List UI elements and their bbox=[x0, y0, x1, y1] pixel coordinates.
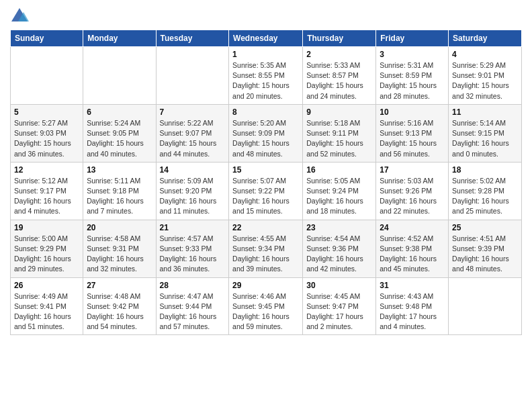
day-number: 29 bbox=[232, 281, 299, 290]
day-cell: 15Sunrise: 5:07 AMSunset: 9:22 PMDayligh… bbox=[229, 162, 303, 220]
day-number: 16 bbox=[306, 165, 372, 175]
day-cell bbox=[156, 47, 229, 105]
day-info: Sunrise: 4:52 AMSunset: 9:38 PMDaylight:… bbox=[380, 234, 445, 275]
day-number: 19 bbox=[14, 223, 79, 232]
week-row-3: 12Sunrise: 5:12 AMSunset: 9:17 PMDayligh… bbox=[11, 162, 522, 220]
day-cell: 22Sunrise: 4:55 AMSunset: 9:34 PMDayligh… bbox=[229, 220, 303, 277]
page-header bbox=[10, 7, 522, 26]
day-header-sunday: Sunday bbox=[11, 30, 83, 47]
day-cell: 11Sunrise: 5:14 AMSunset: 9:15 PMDayligh… bbox=[449, 104, 522, 162]
day-cell: 20Sunrise: 4:58 AMSunset: 9:31 PMDayligh… bbox=[83, 220, 156, 277]
day-info: Sunrise: 4:57 AMSunset: 9:33 PMDaylight:… bbox=[160, 234, 226, 275]
day-cell: 9Sunrise: 5:18 AMSunset: 9:11 PMDaylight… bbox=[303, 104, 376, 162]
day-info: Sunrise: 5:27 AMSunset: 9:03 PMDaylight:… bbox=[14, 118, 79, 159]
day-cell bbox=[83, 47, 156, 105]
day-cell: 23Sunrise: 4:54 AMSunset: 9:36 PMDayligh… bbox=[303, 220, 376, 277]
day-cell: 3Sunrise: 5:31 AMSunset: 8:59 PMDaylight… bbox=[376, 47, 449, 105]
day-number: 11 bbox=[452, 107, 518, 117]
day-info: Sunrise: 4:55 AMSunset: 9:34 PMDaylight:… bbox=[232, 234, 299, 275]
day-info: Sunrise: 5:12 AMSunset: 9:17 PMDaylight:… bbox=[14, 176, 79, 217]
day-info: Sunrise: 5:14 AMSunset: 9:15 PMDaylight:… bbox=[452, 118, 518, 159]
day-info: Sunrise: 5:03 AMSunset: 9:26 PMDaylight:… bbox=[380, 176, 445, 217]
day-cell: 25Sunrise: 4:51 AMSunset: 9:39 PMDayligh… bbox=[449, 220, 522, 277]
day-cell: 13Sunrise: 5:11 AMSunset: 9:18 PMDayligh… bbox=[83, 162, 156, 220]
day-header-monday: Monday bbox=[83, 30, 156, 47]
day-number: 24 bbox=[380, 223, 445, 232]
day-header-wednesday: Wednesday bbox=[229, 30, 303, 47]
day-cell: 19Sunrise: 5:00 AMSunset: 9:29 PMDayligh… bbox=[11, 220, 83, 277]
day-number: 22 bbox=[232, 223, 299, 232]
day-number: 8 bbox=[232, 107, 299, 117]
day-number: 27 bbox=[87, 281, 152, 290]
day-info: Sunrise: 5:20 AMSunset: 9:09 PMDaylight:… bbox=[232, 118, 299, 159]
day-number: 6 bbox=[87, 107, 152, 117]
day-cell: 2Sunrise: 5:33 AMSunset: 8:57 PMDaylight… bbox=[303, 47, 376, 105]
day-number: 13 bbox=[87, 165, 152, 175]
day-info: Sunrise: 5:07 AMSunset: 9:22 PMDaylight:… bbox=[232, 176, 299, 217]
logo bbox=[10, 7, 32, 26]
day-cell: 27Sunrise: 4:48 AMSunset: 9:42 PMDayligh… bbox=[83, 277, 156, 335]
header-row: SundayMondayTuesdayWednesdayThursdayFrid… bbox=[11, 30, 522, 47]
day-number: 1 bbox=[232, 50, 299, 59]
day-number: 10 bbox=[380, 107, 445, 117]
day-cell: 17Sunrise: 5:03 AMSunset: 9:26 PMDayligh… bbox=[376, 162, 449, 220]
day-cell: 1Sunrise: 5:35 AMSunset: 8:55 PMDaylight… bbox=[229, 47, 303, 105]
calendar-table: SundayMondayTuesdayWednesdayThursdayFrid… bbox=[10, 30, 522, 335]
day-cell: 26Sunrise: 4:49 AMSunset: 9:41 PMDayligh… bbox=[11, 277, 83, 335]
day-cell: 16Sunrise: 5:05 AMSunset: 9:24 PMDayligh… bbox=[303, 162, 376, 220]
day-info: Sunrise: 4:47 AMSunset: 9:44 PMDaylight:… bbox=[160, 291, 226, 332]
day-number: 31 bbox=[380, 281, 445, 290]
day-info: Sunrise: 4:49 AMSunset: 9:41 PMDaylight:… bbox=[14, 291, 79, 332]
day-info: Sunrise: 4:54 AMSunset: 9:36 PMDaylight:… bbox=[306, 234, 372, 275]
day-header-friday: Friday bbox=[376, 30, 449, 47]
day-cell: 29Sunrise: 4:46 AMSunset: 9:45 PMDayligh… bbox=[229, 277, 303, 335]
week-row-1: 1Sunrise: 5:35 AMSunset: 8:55 PMDaylight… bbox=[11, 47, 522, 105]
day-number: 18 bbox=[452, 165, 518, 175]
day-cell: 31Sunrise: 4:43 AMSunset: 9:48 PMDayligh… bbox=[376, 277, 449, 335]
week-row-4: 19Sunrise: 5:00 AMSunset: 9:29 PMDayligh… bbox=[11, 220, 522, 277]
day-cell: 8Sunrise: 5:20 AMSunset: 9:09 PMDaylight… bbox=[229, 104, 303, 162]
day-header-thursday: Thursday bbox=[303, 30, 376, 47]
day-cell: 4Sunrise: 5:29 AMSunset: 9:01 PMDaylight… bbox=[449, 47, 522, 105]
day-info: Sunrise: 5:24 AMSunset: 9:05 PMDaylight:… bbox=[87, 118, 152, 159]
day-number: 21 bbox=[160, 223, 226, 232]
day-info: Sunrise: 4:51 AMSunset: 9:39 PMDaylight:… bbox=[452, 234, 518, 275]
day-number: 9 bbox=[306, 107, 372, 117]
day-number: 12 bbox=[14, 165, 79, 175]
day-info: Sunrise: 4:45 AMSunset: 9:47 PMDaylight:… bbox=[306, 291, 372, 332]
day-info: Sunrise: 5:00 AMSunset: 9:29 PMDaylight:… bbox=[14, 234, 79, 275]
day-number: 20 bbox=[87, 223, 152, 232]
day-number: 25 bbox=[452, 223, 518, 232]
day-info: Sunrise: 5:11 AMSunset: 9:18 PMDaylight:… bbox=[87, 176, 152, 217]
day-info: Sunrise: 4:43 AMSunset: 9:48 PMDaylight:… bbox=[380, 291, 445, 332]
day-number: 15 bbox=[232, 165, 299, 175]
day-number: 28 bbox=[160, 281, 226, 290]
day-number: 14 bbox=[160, 165, 226, 175]
day-cell bbox=[11, 47, 83, 105]
day-header-saturday: Saturday bbox=[449, 30, 522, 47]
day-cell: 18Sunrise: 5:02 AMSunset: 9:28 PMDayligh… bbox=[449, 162, 522, 220]
day-cell: 28Sunrise: 4:47 AMSunset: 9:44 PMDayligh… bbox=[156, 277, 229, 335]
day-number: 26 bbox=[14, 281, 79, 290]
day-number: 5 bbox=[14, 107, 79, 117]
day-cell: 24Sunrise: 4:52 AMSunset: 9:38 PMDayligh… bbox=[376, 220, 449, 277]
logo-icon bbox=[10, 7, 29, 26]
day-cell: 12Sunrise: 5:12 AMSunset: 9:17 PMDayligh… bbox=[11, 162, 83, 220]
day-cell bbox=[449, 277, 522, 335]
day-info: Sunrise: 5:22 AMSunset: 9:07 PMDaylight:… bbox=[160, 118, 226, 159]
day-info: Sunrise: 5:35 AMSunset: 8:55 PMDaylight:… bbox=[232, 60, 299, 101]
day-cell: 7Sunrise: 5:22 AMSunset: 9:07 PMDaylight… bbox=[156, 104, 229, 162]
day-number: 4 bbox=[452, 50, 518, 59]
day-number: 7 bbox=[160, 107, 226, 117]
day-info: Sunrise: 5:05 AMSunset: 9:24 PMDaylight:… bbox=[306, 176, 372, 217]
day-info: Sunrise: 5:09 AMSunset: 9:20 PMDaylight:… bbox=[160, 176, 226, 217]
day-info: Sunrise: 4:46 AMSunset: 9:45 PMDaylight:… bbox=[232, 291, 299, 332]
day-info: Sunrise: 5:16 AMSunset: 9:13 PMDaylight:… bbox=[380, 118, 445, 159]
day-info: Sunrise: 5:33 AMSunset: 8:57 PMDaylight:… bbox=[306, 60, 372, 101]
day-info: Sunrise: 5:31 AMSunset: 8:59 PMDaylight:… bbox=[380, 60, 445, 101]
day-cell: 14Sunrise: 5:09 AMSunset: 9:20 PMDayligh… bbox=[156, 162, 229, 220]
day-cell: 6Sunrise: 5:24 AMSunset: 9:05 PMDaylight… bbox=[83, 104, 156, 162]
day-number: 17 bbox=[380, 165, 445, 175]
week-row-2: 5Sunrise: 5:27 AMSunset: 9:03 PMDaylight… bbox=[11, 104, 522, 162]
day-number: 2 bbox=[306, 50, 372, 59]
